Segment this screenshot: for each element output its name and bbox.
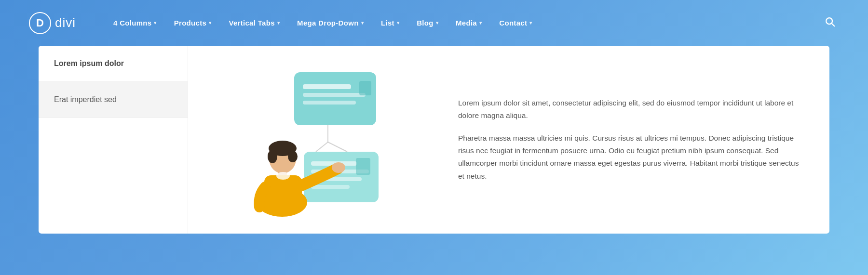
text-paragraph-1: Lorem ipsum dolor sit amet, consectetur … <box>458 97 804 122</box>
svg-line-9 <box>328 142 347 152</box>
search-icon[interactable] <box>821 13 839 33</box>
content-area: Lorem ipsum dolor Erat imperdiet sed <box>0 46 868 253</box>
svg-point-20 <box>268 150 277 163</box>
svg-rect-3 <box>303 84 351 89</box>
nav-item-4columns[interactable]: 4 Columns ▾ <box>105 19 165 27</box>
svg-rect-22 <box>264 175 302 211</box>
nav-item-products[interactable]: Products ▾ <box>165 19 220 27</box>
nav-item-vertical-tabs[interactable]: Vertical Tabs ▾ <box>220 19 288 27</box>
svg-rect-6 <box>359 81 371 95</box>
sidebar-item-erat[interactable]: Erat imperdiet sed <box>39 82 188 118</box>
svg-point-21 <box>288 151 298 162</box>
chevron-down-icon: ▾ <box>479 20 482 26</box>
svg-point-24 <box>332 162 345 173</box>
svg-line-8 <box>316 142 328 152</box>
chevron-down-icon: ▾ <box>361 20 364 26</box>
svg-point-23 <box>276 172 290 180</box>
chevron-down-icon: ▾ <box>154 20 156 26</box>
svg-rect-5 <box>303 101 356 105</box>
nav-item-media[interactable]: Media ▾ <box>447 19 490 27</box>
nav-item-contact[interactable]: Contact ▾ <box>490 19 541 27</box>
chevron-down-icon: ▾ <box>529 20 532 26</box>
main-card: Lorem ipsum dolor Erat imperdiet sed <box>39 46 829 234</box>
card-illustration <box>188 46 439 234</box>
chevron-down-icon: ▾ <box>397 20 399 26</box>
nav-item-mega-dropdown[interactable]: Mega Drop-Down ▾ <box>288 19 372 27</box>
chevron-down-icon: ▾ <box>436 20 438 26</box>
nav-item-blog[interactable]: Blog ▾ <box>408 19 447 27</box>
svg-rect-14 <box>311 185 350 189</box>
chevron-down-icon: ▾ <box>209 20 211 26</box>
svg-rect-4 <box>303 93 366 97</box>
chevron-down-icon: ▾ <box>277 20 280 26</box>
main-nav: 4 Columns ▾ Products ▾ Vertical Tabs ▾ M… <box>105 19 821 27</box>
text-paragraph-2: Pharetra massa massa ultricies mi quis. … <box>458 132 804 183</box>
svg-line-1 <box>832 24 835 26</box>
svg-rect-15 <box>356 158 370 175</box>
nav-item-list[interactable]: List ▾ <box>372 19 408 27</box>
logo-text: divi <box>55 15 76 30</box>
svg-rect-2 <box>294 72 376 125</box>
logo-icon: D <box>29 12 51 34</box>
card-text: Lorem ipsum dolor sit amet, consectetur … <box>439 46 829 234</box>
logo[interactable]: D divi <box>29 12 76 34</box>
sidebar-item-lorem[interactable]: Lorem ipsum dolor <box>39 46 188 82</box>
card-sidebar: Lorem ipsum dolor Erat imperdiet sed <box>39 46 188 234</box>
